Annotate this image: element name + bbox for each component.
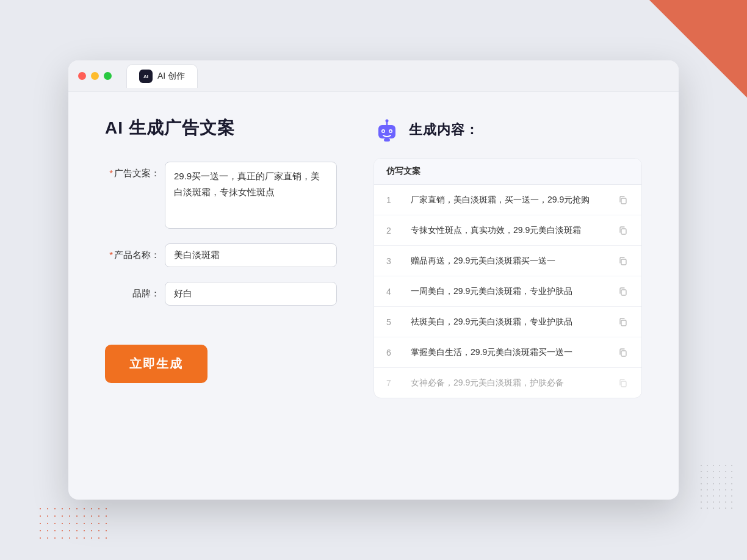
brand-row: 品牌： xyxy=(105,282,337,306)
table-row: 2专抹女性斑点，真实功效，29.9元美白淡斑霜 xyxy=(374,215,641,246)
result-text: 专抹女性斑点，真实功效，29.9元美白淡斑霜 xyxy=(411,224,607,237)
svg-rect-12 xyxy=(621,320,626,326)
brand-input[interactable] xyxy=(165,282,337,306)
bg-dots-bottom xyxy=(37,505,110,542)
result-number: 3 xyxy=(386,256,401,266)
results-header: 生成内容： xyxy=(374,117,642,143)
page-title: AI 生成广告文案 xyxy=(105,117,337,140)
result-text: 赠品再送，29.9元美白淡斑霜买一送一 xyxy=(411,254,607,267)
ad-copy-row: *广告文案： 29.9买一送一，真正的厂家直销，美白淡斑霜，专抹女性斑点 xyxy=(105,162,337,229)
svg-rect-9 xyxy=(621,229,626,234)
results-table: 仿写文案 1厂家直销，美白淡斑霜，买一送一，29.9元抢购 2专抹女性斑点，真实… xyxy=(374,158,642,398)
result-text: 掌握美白生活，29.9元美白淡斑霜买一送一 xyxy=(411,346,607,359)
copy-button[interactable] xyxy=(617,194,629,206)
browser-window: AI 创作 AI 生成广告文案 *广告文案： 29.9买一送一，真正的厂家直销，… xyxy=(68,60,679,500)
table-row: 1厂家直销，美白淡斑霜，买一送一，29.9元抢购 xyxy=(374,185,641,215)
product-name-input[interactable] xyxy=(165,243,337,267)
copy-button[interactable] xyxy=(617,316,629,328)
table-row: 5祛斑美白，29.9元美白淡斑霜，专业护肤品 xyxy=(374,307,641,337)
traffic-lights xyxy=(78,72,112,80)
ad-copy-textarea[interactable]: 29.9买一送一，真正的厂家直销，美白淡斑霜，专抹女性斑点 xyxy=(165,162,337,229)
table-row: 3赠品再送，29.9元美白淡斑霜买一送一 xyxy=(374,246,641,276)
copy-button[interactable] xyxy=(617,255,629,267)
ai-tab-icon xyxy=(139,70,153,83)
result-text: 祛斑美白，29.9元美白淡斑霜，专业护肤品 xyxy=(411,315,607,328)
svg-rect-11 xyxy=(621,290,626,295)
maximize-button[interactable] xyxy=(104,72,112,80)
table-row: 7女神必备，29.9元美白淡斑霜，护肤必备 xyxy=(374,368,641,398)
svg-point-6 xyxy=(390,131,392,132)
svg-rect-13 xyxy=(621,351,626,356)
close-button[interactable] xyxy=(78,72,86,80)
required-star-2: * xyxy=(109,249,113,260)
product-name-row: *产品名称： xyxy=(105,243,337,267)
left-panel: AI 生成广告文案 *广告文案： 29.9买一送一，真正的厂家直销，美白淡斑霜，… xyxy=(105,117,337,446)
copy-button[interactable] xyxy=(617,224,629,237)
table-row: 4一周美白，29.9元美白淡斑霜，专业护肤品 xyxy=(374,276,641,307)
results-title: 生成内容： xyxy=(409,121,479,139)
main-content: AI 生成广告文案 *广告文案： 29.9买一送一，真正的厂家直销，美白淡斑霜，… xyxy=(68,92,679,470)
copy-button[interactable] xyxy=(617,285,629,298)
tab-label: AI 创作 xyxy=(157,71,185,82)
copy-button[interactable] xyxy=(617,346,629,359)
svg-rect-7 xyxy=(384,138,390,142)
table-row: 6掌握美白生活，29.9元美白淡斑霜买一送一 xyxy=(374,337,641,368)
result-number: 7 xyxy=(386,378,401,388)
product-name-label: *产品名称： xyxy=(105,243,160,261)
ad-copy-label: *广告文案： xyxy=(105,162,160,179)
svg-point-2 xyxy=(386,120,389,123)
result-text: 女神必备，29.9元美白淡斑霜，护肤必备 xyxy=(411,376,607,389)
result-number: 6 xyxy=(386,348,401,357)
right-panel: 生成内容： 仿写文案 1厂家直销，美白淡斑霜，买一送一，29.9元抢购 2专抹女… xyxy=(374,117,642,446)
required-star-1: * xyxy=(109,168,113,178)
result-number: 4 xyxy=(386,287,401,296)
result-text: 厂家直销，美白淡斑霜，买一送一，29.9元抢购 xyxy=(411,193,607,206)
results-column-header: 仿写文案 xyxy=(374,159,641,185)
bg-dots-right xyxy=(698,462,735,511)
results-rows-container: 1厂家直销，美白淡斑霜，买一送一，29.9元抢购 2专抹女性斑点，真实功效，29… xyxy=(374,185,641,398)
brand-label: 品牌： xyxy=(105,282,160,300)
svg-rect-14 xyxy=(621,381,626,387)
svg-rect-10 xyxy=(621,259,626,265)
svg-rect-8 xyxy=(621,198,626,204)
svg-point-5 xyxy=(383,131,384,132)
result-number: 2 xyxy=(386,226,401,235)
result-text: 一周美白，29.9元美白淡斑霜，专业护肤品 xyxy=(411,285,607,298)
result-number: 5 xyxy=(386,317,401,327)
generate-button[interactable]: 立即生成 xyxy=(105,345,208,383)
minimize-button[interactable] xyxy=(91,72,99,80)
result-number: 1 xyxy=(386,195,401,205)
copy-button[interactable] xyxy=(617,377,629,389)
titlebar: AI 创作 xyxy=(68,60,679,92)
ai-tab[interactable]: AI 创作 xyxy=(126,64,198,88)
robot-icon xyxy=(374,117,400,143)
